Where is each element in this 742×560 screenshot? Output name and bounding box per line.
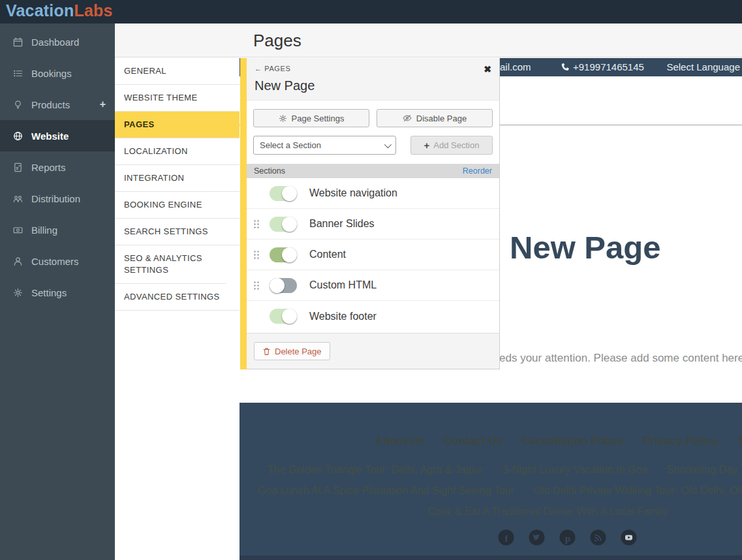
add-section-row: Select a Section + Add Section — [247, 127, 499, 164]
footer-link-cancellation[interactable]: Cancellation Policy — [522, 435, 624, 447]
lightbulb-icon — [13, 100, 23, 110]
close-panel-button[interactable]: ✖ — [484, 65, 491, 74]
website-settings-nav: GENERAL WEBSITE THEME PAGES LOCALIZATION… — [115, 58, 240, 560]
settings-nav-integration[interactable]: INTEGRATION — [115, 165, 240, 192]
add-section-label: Add Section — [433, 140, 479, 150]
sidebar-item-distribution[interactable]: Distribution — [0, 183, 115, 214]
footer-link-about[interactable]: About Us — [375, 435, 425, 447]
settings-nav-general[interactable]: GENERAL — [115, 58, 240, 85]
footer-link-privacy[interactable]: Privacy Policy — [643, 435, 718, 447]
footer-bottom-strip — [240, 555, 742, 560]
banknote-icon — [13, 225, 23, 235]
sidebar-item-products[interactable]: Products + — [0, 89, 115, 120]
section-select-value: Select a Section — [260, 140, 321, 150]
settings-nav-search-settings[interactable]: SEARCH SETTINGS — [115, 219, 240, 245]
panel-yellow-accent — [240, 58, 247, 369]
disable-page-button[interactable]: Disable Page — [377, 109, 493, 127]
footer-tour-link[interactable]: The Golden Triangle Tour: Delhi, Agra & … — [268, 464, 484, 475]
sidebar-item-website[interactable]: Website — [0, 120, 115, 151]
footer-tour-link[interactable]: 3-Night Luxury Vacation In Goa — [502, 464, 647, 475]
page-settings-label: Page Settings — [292, 114, 345, 123]
sidebar-item-dashboard[interactable]: Dashboard — [0, 26, 115, 57]
footer-links-row: About Us Contact Us Cancellation Policy … — [375, 435, 742, 448]
section-label: Website footer — [309, 311, 377, 322]
preview-empty-notice: eds your attention. Please add some cont… — [499, 352, 742, 365]
sidebar-item-bookings[interactable]: Bookings — [0, 57, 115, 89]
footer-link-sitemap[interactable]: Sitemap — [737, 435, 742, 447]
footer-link-contact[interactable]: Contact Us — [444, 435, 502, 447]
section-label: Banner Slides — [309, 218, 375, 230]
users-group-icon — [13, 194, 23, 204]
page-header-band: Pages — [115, 23, 742, 57]
page-settings-button[interactable]: Page Settings — [253, 109, 369, 127]
toggle-knob — [282, 186, 297, 201]
preview-phone-number: +919971465145 — [573, 58, 644, 76]
section-label: Content — [309, 249, 346, 260]
main-sidebar: Dashboard Bookings Products + Website Re… — [0, 23, 115, 560]
settings-nav-localization[interactable]: LOCALIZATION — [115, 138, 240, 165]
footer-tour-link[interactable]: Old Delhi Private Walking Tour- Old Delh… — [533, 485, 742, 496]
sidebar-item-label: Billing — [31, 225, 57, 236]
youtube-icon[interactable] — [621, 529, 637, 546]
back-to-pages-link[interactable]: ← PAGES — [255, 65, 290, 72]
sidebar-item-customers[interactable]: Customers — [0, 245, 115, 277]
sidebar-item-label: Products — [31, 99, 70, 110]
sidebar-item-settings[interactable]: Settings — [0, 277, 115, 308]
sidebar-item-reports[interactable]: Reports — [0, 151, 115, 183]
panel-footer: Delete Page — [247, 333, 499, 369]
footer-tours-row-1: The Golden Triangle Tour: Delhi, Agra & … — [268, 464, 742, 476]
settings-nav-seo-analytics[interactable]: SEO & ANALYTICS SETTINGS — [115, 245, 226, 284]
preview-footer: About Us Contact Us Cancellation Policy … — [240, 403, 742, 560]
footer-tours-row-3: Cook & Eat A Traditional Dinner With A L… — [427, 506, 684, 518]
phone-icon — [561, 63, 570, 72]
footer-tour-link[interactable]: Cook & Eat A Traditional Dinner With A L… — [427, 506, 668, 517]
globe-icon — [13, 131, 23, 141]
section-select[interactable]: Select a Section — [253, 136, 396, 155]
logo-part1: Vacation — [6, 1, 74, 20]
drag-handle-icon[interactable] — [253, 219, 260, 228]
preview-language-selector[interactable]: Select Language — [666, 58, 740, 76]
section-label: Custom HTML — [309, 279, 377, 291]
footer-tours-row-2: Goa Lunch At A Spice Plantation And Sigh… — [258, 485, 742, 497]
delete-page-button[interactable]: Delete Page — [254, 342, 330, 360]
list-icon — [13, 69, 23, 78]
sections-header-label: Sections — [254, 166, 285, 176]
report-file-icon — [13, 163, 23, 172]
sidebar-item-label: Settings — [31, 287, 67, 298]
pinterest-icon[interactable]: p — [559, 529, 576, 546]
panel-page-title: New Page — [255, 78, 491, 93]
facebook-icon[interactable]: f — [498, 529, 514, 546]
sidebar-item-label: Reports — [31, 162, 66, 173]
settings-nav-booking-engine[interactable]: BOOKING ENGINE — [115, 192, 240, 219]
trash-icon — [262, 347, 271, 356]
section-toggle[interactable] — [270, 309, 297, 324]
section-row-banner-slides: Banner Slides — [247, 209, 499, 240]
back-link-label: PAGES — [264, 65, 290, 72]
section-toggle[interactable] — [270, 217, 297, 232]
drag-handle-icon[interactable] — [253, 281, 260, 290]
add-section-button[interactable]: + Add Section — [410, 136, 493, 155]
reorder-link[interactable]: Reorder — [463, 166, 492, 176]
toggle-knob — [282, 309, 297, 324]
sidebar-item-billing[interactable]: Billing — [0, 214, 115, 245]
section-toggle[interactable] — [270, 186, 297, 201]
plus-icon: + — [424, 140, 430, 151]
settings-nav-advanced-settings[interactable]: ADVANCED SETTINGS — [115, 284, 240, 311]
products-expand-plus-icon[interactable]: + — [100, 99, 106, 110]
section-row-custom-html: Custom HTML — [247, 270, 499, 301]
section-label: Website navigation — [309, 187, 397, 199]
settings-nav-website-theme[interactable]: WEBSITE THEME — [115, 85, 240, 112]
drag-handle-icon[interactable] — [253, 250, 260, 259]
rss-icon[interactable] — [590, 529, 606, 546]
page-title: Pages — [253, 31, 301, 51]
twitter-icon[interactable] — [529, 529, 545, 546]
calendar-icon — [13, 37, 23, 47]
footer-tour-link[interactable]: Snorkeling Day Trip In Goa — [667, 464, 742, 475]
app-screen: VacationLabs Dashboard Bookings Products… — [0, 0, 742, 560]
section-toggle[interactable] — [270, 278, 297, 293]
footer-tour-link[interactable]: Goa Lunch At A Spice Plantation And Sigh… — [258, 485, 514, 496]
section-toggle[interactable] — [270, 247, 297, 262]
settings-nav-pages[interactable]: PAGES — [115, 112, 240, 138]
vacationlabs-logo: VacationLabs — [6, 1, 113, 20]
admin-topbar: VacationLabs — [0, 0, 742, 23]
